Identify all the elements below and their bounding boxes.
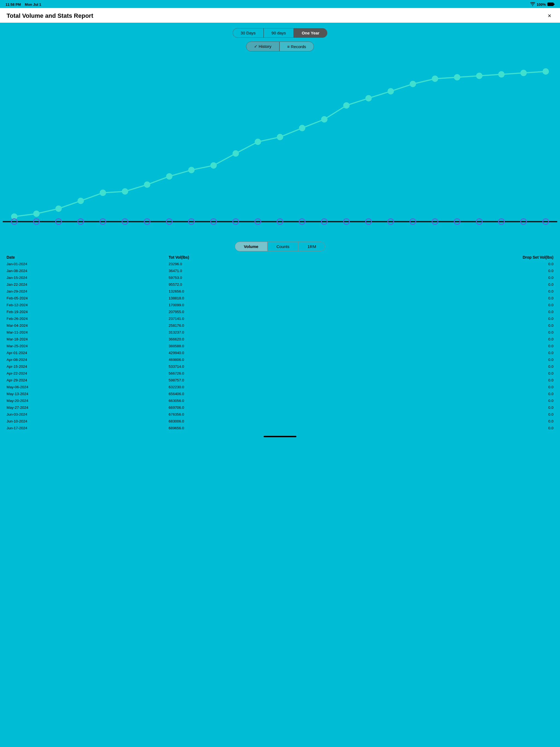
svg-point-14 xyxy=(255,139,261,145)
cell-vol: 429940.0 xyxy=(160,351,361,355)
cell-vol: 258176.0 xyxy=(160,324,361,328)
table-row: Mar-11-2024 313237.0 0.0 xyxy=(6,329,554,336)
status-bar: 11:58 PM Mon Jul 1 100% xyxy=(0,0,560,8)
svg-rect-0 xyxy=(548,2,554,6)
table-row: Feb-05-2024 138818.0 0.0 xyxy=(6,295,554,302)
cell-vol: 23296.0 xyxy=(160,262,361,266)
cell-date: Jun-10-2024 xyxy=(6,419,160,423)
cell-drop: 0.0 xyxy=(361,358,554,362)
cell-date: Mar-11-2024 xyxy=(6,330,160,334)
table-row: Jan-29-2024 132656.0 0.0 xyxy=(6,288,554,295)
table-row: Jun-10-2024 683006.0 0.0 xyxy=(6,418,554,424)
cell-vol: 669706.0 xyxy=(160,406,361,410)
cell-date: Feb-26-2024 xyxy=(6,317,160,321)
table-row: Jan-15-2024 59753.0 0.0 xyxy=(6,274,554,281)
cell-vol: 388588.0 xyxy=(160,344,361,348)
svg-point-15 xyxy=(277,134,283,140)
cell-drop: 0.0 xyxy=(361,412,554,416)
table-row: Apr-29-2024 598757.0 0.0 xyxy=(6,377,554,384)
cell-date: Mar-18-2024 xyxy=(6,337,160,341)
cell-date: Apr-22-2024 xyxy=(6,371,160,376)
period-tab-30days[interactable]: 30 Days xyxy=(233,28,263,38)
cell-drop: 0.0 xyxy=(361,406,554,410)
cell-vol: 469806.0 xyxy=(160,358,361,362)
cell-drop: 0.0 xyxy=(361,419,554,423)
table-row: May-13-2024 656406.0 0.0 xyxy=(6,390,554,397)
cell-drop: 0.0 xyxy=(361,344,554,348)
table-row: Feb-12-2024 170099.0 0.0 xyxy=(6,302,554,308)
cell-drop: 0.0 xyxy=(361,276,554,280)
svg-point-5 xyxy=(56,206,61,211)
cell-drop: 0.0 xyxy=(361,330,554,334)
cell-drop: 0.0 xyxy=(361,282,554,287)
cell-drop: 0.0 xyxy=(361,378,554,382)
period-tab-90days[interactable]: 90 days xyxy=(263,28,294,38)
cell-date: Feb-19-2024 xyxy=(6,310,160,314)
table-row: Mar-04-2024 258176.0 0.0 xyxy=(6,322,554,329)
page-header: Total Volume and Stats Report × xyxy=(0,8,560,23)
time-display: 11:58 PM xyxy=(5,2,21,6)
svg-point-13 xyxy=(233,151,238,156)
cell-vol: 59753.0 xyxy=(160,276,361,280)
svg-point-6 xyxy=(78,198,84,204)
cell-vol: 656406.0 xyxy=(160,392,361,396)
data-tab-1rm[interactable]: 1RM xyxy=(298,242,325,251)
cell-date: May-27-2024 xyxy=(6,406,160,410)
view-tab-history[interactable]: ✓ History xyxy=(246,42,279,51)
cell-vol: 533714.0 xyxy=(160,364,361,368)
cell-vol: 566726.0 xyxy=(160,371,361,376)
period-tabs: 30 Days90 daysOne Year xyxy=(0,28,560,38)
date-display: Mon Jul 1 xyxy=(25,2,41,6)
view-tab-records[interactable]: ≡ Records xyxy=(279,42,314,51)
battery-label: 100% xyxy=(537,2,546,6)
table-row: Apr-01-2024 429940.0 0.0 xyxy=(6,350,554,356)
cell-vol: 237141.0 xyxy=(160,317,361,321)
svg-point-8 xyxy=(122,189,128,195)
svg-point-17 xyxy=(321,117,327,122)
battery-icon xyxy=(548,2,555,7)
cell-drop: 0.0 xyxy=(361,310,554,314)
data-table: Date Tot Vol(lbs) Drop Set Vol(lbs) Jan-… xyxy=(0,254,560,432)
view-tabs: ✓ History≡ Records xyxy=(0,42,560,51)
svg-rect-1 xyxy=(554,4,555,5)
table-row: Jan-01-2024 23296.0 0.0 xyxy=(6,261,554,267)
status-time: 11:58 PM Mon Jul 1 xyxy=(5,2,41,6)
cell-drop: 0.0 xyxy=(361,364,554,368)
data-tab-counts[interactable]: Counts xyxy=(268,242,299,251)
cell-drop: 0.0 xyxy=(361,337,554,341)
cell-date: Jun-03-2024 xyxy=(6,412,160,416)
cell-vol: 170099.0 xyxy=(160,303,361,307)
col-date-header: Date xyxy=(6,255,160,259)
svg-point-10 xyxy=(167,173,172,179)
svg-point-19 xyxy=(365,96,371,101)
bottom-indicator xyxy=(0,432,560,439)
svg-point-4 xyxy=(34,211,40,216)
cell-date: Jan-01-2024 xyxy=(6,262,160,266)
cell-date: Feb-05-2024 xyxy=(6,296,160,300)
col-drop-header: Drop Set Vol(lbs) xyxy=(361,255,554,259)
table-row: Mar-18-2024 366620.0 0.0 xyxy=(6,336,554,343)
svg-point-20 xyxy=(388,88,393,94)
svg-point-21 xyxy=(410,81,416,87)
cell-drop: 0.0 xyxy=(361,398,554,403)
svg-point-16 xyxy=(299,125,305,131)
data-tab-volume[interactable]: Volume xyxy=(235,242,268,251)
period-tab-oneyear[interactable]: One Year xyxy=(294,28,327,38)
table-row: Mar-25-2024 388588.0 0.0 xyxy=(6,343,554,350)
svg-point-23 xyxy=(454,74,460,80)
main-content: 30 Days90 daysOne Year ✓ History≡ Record… xyxy=(0,23,560,439)
cell-drop: 0.0 xyxy=(361,392,554,396)
cell-drop: 0.0 xyxy=(361,426,554,430)
table-row: Jun-17-2024 689656.0 0.0 xyxy=(6,424,554,432)
cell-drop: 0.0 xyxy=(361,385,554,389)
cell-drop: 0.0 xyxy=(361,269,554,273)
svg-point-9 xyxy=(144,182,150,187)
cell-drop: 0.0 xyxy=(361,262,554,266)
cell-vol: 676356.0 xyxy=(160,412,361,416)
close-button[interactable]: × xyxy=(545,11,554,21)
cell-vol: 313237.0 xyxy=(160,330,361,334)
table-row: Jun-03-2024 676356.0 0.0 xyxy=(6,411,554,418)
cell-date: Apr-29-2024 xyxy=(6,378,160,382)
cell-date: Apr-08-2024 xyxy=(6,358,160,362)
table-row: Feb-19-2024 207955.0 0.0 xyxy=(6,308,554,315)
